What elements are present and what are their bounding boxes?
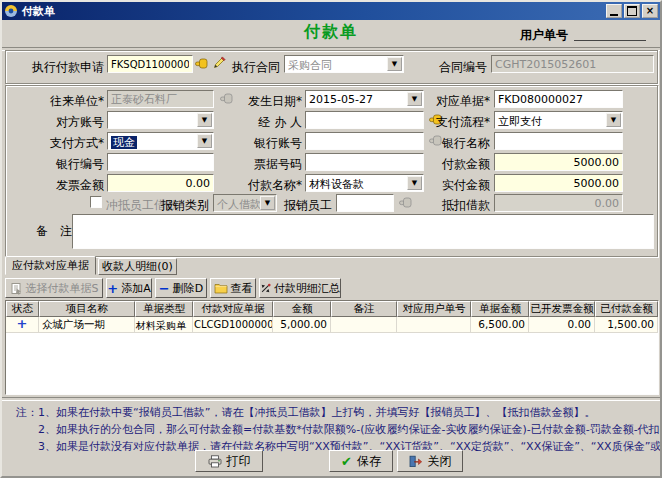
minimize-icon xyxy=(610,14,618,16)
chevron-down-icon: ▼ xyxy=(412,96,417,103)
col-doc-amount[interactable]: 单据金额 xyxy=(471,301,529,317)
chevron-down-icon: ▼ xyxy=(265,200,270,207)
payment-name-label: 付款名称* xyxy=(240,177,302,194)
payment-method-label: 支付方式* xyxy=(10,135,104,152)
col-doc-type[interactable]: 单据类型 xyxy=(135,301,193,317)
bank-name-input[interactable] xyxy=(494,132,623,150)
deduct-loan-input[interactable] xyxy=(494,194,623,212)
col-project[interactable]: 项目名称 xyxy=(39,301,135,317)
pick-hand-icon-disabled xyxy=(399,196,412,209)
bank-no-label: 银行编号 xyxy=(10,156,104,173)
bank-no-input[interactable] xyxy=(107,153,214,171)
col-paid-amount[interactable]: 已付款金额 xyxy=(595,301,658,317)
chevron-down-icon: ▼ xyxy=(392,61,397,68)
exec-contract-select[interactable]: 采购合同 ▼ xyxy=(284,55,404,73)
payment-order-window: 付款单 × 付款单 用户单号 执行付款申请 执行合同 采购合同 ▼ 合同编号 往… xyxy=(0,0,662,478)
button-label: 删除D xyxy=(173,281,203,296)
button-label: 保存 xyxy=(357,453,381,470)
payment-detail-summary-button[interactable]: 付款明细汇总 xyxy=(259,278,341,298)
add-button[interactable]: + 添加A xyxy=(106,278,152,298)
reimburse-type-label: 报销类别 xyxy=(157,197,209,214)
counterparty-account-label: 对方账号 xyxy=(10,114,104,131)
actual-amount-input[interactable] xyxy=(494,174,623,192)
col-user-doc-no[interactable]: 对应用户单号 xyxy=(397,301,471,317)
reimburse-employee-input[interactable] xyxy=(336,194,394,212)
note-line-1: 注：1、如果在付款中要“报销员工借款”，请在【冲抵员工借款】上打钩，并填写好【报… xyxy=(16,405,595,420)
edit-pen-icon[interactable] xyxy=(213,56,226,69)
button-label: 关闭 xyxy=(428,453,452,470)
dropdown-button[interactable]: ▼ xyxy=(387,57,402,71)
dropdown-button[interactable]: ▼ xyxy=(260,196,275,210)
corresponding-doc-input[interactable] xyxy=(494,90,623,108)
button-label: 添加A xyxy=(121,281,151,296)
reimburse-employee-label: 报销员工 xyxy=(284,197,332,214)
button-label: 付款明细汇总 xyxy=(274,281,340,296)
close-form-button[interactable]: 关闭 xyxy=(397,450,463,472)
delete-button[interactable]: − 删除D xyxy=(155,278,207,298)
minimize-button[interactable] xyxy=(606,4,622,18)
window-title: 付款单 xyxy=(22,4,604,19)
button-label: 打印 xyxy=(227,453,251,470)
note-line-2: 2、如果执行的分包合同，那么可付款金额=付款基数*付款限额%-(应收履约保证金-… xyxy=(38,422,662,437)
contract-no-input[interactable] xyxy=(491,55,654,73)
dropdown-button[interactable]: ▼ xyxy=(197,134,212,148)
button-label: 查看 xyxy=(231,281,253,296)
col-status[interactable]: 状态 xyxy=(6,301,39,317)
print-button[interactable]: 打印 xyxy=(195,450,263,472)
chevron-down-icon: ▼ xyxy=(611,117,616,124)
payment-method-value: 现金 xyxy=(111,136,137,149)
exec-contract-value: 采购合同 xyxy=(288,58,332,73)
occur-date-select[interactable]: 2015-05-27 ▼ xyxy=(305,90,424,108)
table-row[interactable]: + 众城广场一期 材料采购单 CLCGD100000030 5,000.00 6… xyxy=(6,317,658,333)
col-remark[interactable]: 备注 xyxy=(331,301,397,317)
payment-method-select[interactable]: 现金 ▼ xyxy=(107,132,214,150)
payment-name-select[interactable]: 材料设备款 ▼ xyxy=(305,174,424,192)
tab-payable-docs[interactable]: 应付款对应单据 xyxy=(5,256,96,275)
maximize-button[interactable] xyxy=(624,4,640,18)
table-header-row: 状态 项目名称 单据类型 付款对应单据 金额 备注 对应用户单号 单据金额 已开… xyxy=(6,301,658,317)
counterparty-input[interactable] xyxy=(107,90,214,108)
separator xyxy=(2,397,660,401)
close-button[interactable]: × xyxy=(642,4,658,18)
dropdown-button[interactable]: ▼ xyxy=(407,92,422,106)
handler-input[interactable] xyxy=(305,111,424,129)
occur-date-value: 2015-05-27 xyxy=(309,93,373,106)
bank-account-input[interactable] xyxy=(305,132,424,150)
dropdown-button[interactable]: ▼ xyxy=(606,113,621,127)
maximize-icon xyxy=(627,6,637,16)
save-button[interactable]: ✔ 保存 xyxy=(329,450,393,472)
payment-amount-input[interactable] xyxy=(494,153,623,171)
bank-account-label: 银行账号 xyxy=(240,135,302,152)
counterparty-label: 往来单位* xyxy=(10,93,104,110)
col-invoiced-amount[interactable]: 已开发票金额 xyxy=(529,301,595,317)
tab-label: 收款人明细(0) xyxy=(102,259,173,274)
payment-flow-value: 立即支付 xyxy=(498,114,542,129)
dropdown-button[interactable]: ▼ xyxy=(407,176,422,190)
invoice-amount-input[interactable] xyxy=(107,174,214,192)
deduct-loan-label: 抵扣借款 xyxy=(428,197,490,214)
payment-flow-select[interactable]: 立即支付 ▼ xyxy=(494,111,623,129)
counterparty-account-select[interactable]: ▼ xyxy=(107,111,214,129)
exec-payment-input[interactable] xyxy=(107,55,193,73)
actual-amount-label: 实付金额 xyxy=(428,177,490,194)
invoice-amount-label: 发票金额 xyxy=(10,177,104,194)
bill-no-input[interactable] xyxy=(305,153,424,171)
cell-paid-amount: 1,500.00 xyxy=(595,317,658,333)
tab-payee-detail[interactable]: 收款人明细(0) xyxy=(98,258,177,275)
remark-textarea[interactable] xyxy=(72,214,654,249)
payment-flow-label: 支付流程* xyxy=(428,114,490,131)
select-payment-doc-button[interactable]: 选择付款单据S xyxy=(5,278,103,298)
reimburse-type-select[interactable]: 个人借款 ▼ xyxy=(213,194,277,212)
remark-label: 备 注 xyxy=(36,223,70,240)
chevron-down-icon: ▼ xyxy=(412,180,417,187)
offset-employee-loan-checkbox[interactable] xyxy=(90,196,102,208)
title-bar: 付款单 × xyxy=(2,2,660,20)
pick-hand-icon[interactable] xyxy=(195,57,208,70)
col-amount[interactable]: 金额 xyxy=(273,301,331,317)
row-status-plus-icon: + xyxy=(6,317,39,333)
summary-icon xyxy=(260,282,271,295)
dropdown-button[interactable]: ▼ xyxy=(197,113,212,127)
col-doc-no[interactable]: 付款对应单据 xyxy=(193,301,273,317)
view-button[interactable]: 查看 xyxy=(210,278,256,298)
cell-amount: 5,000.00 xyxy=(273,317,331,333)
